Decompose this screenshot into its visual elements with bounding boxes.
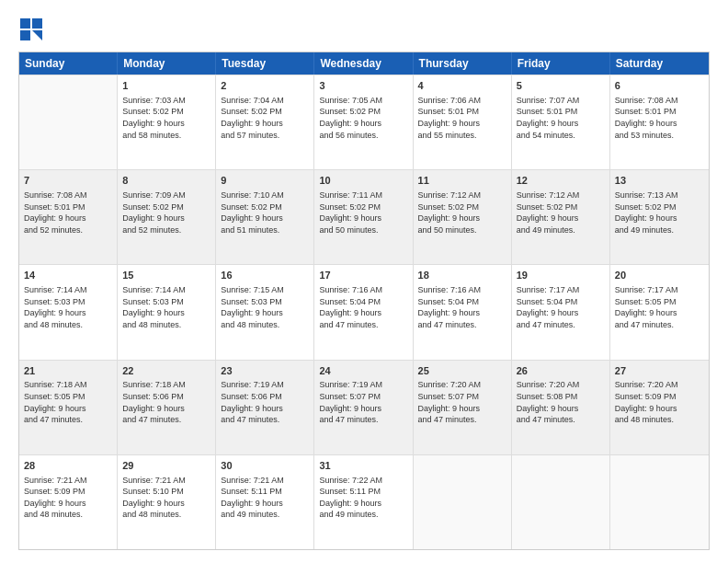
day-number: 22 <box>122 364 210 378</box>
calendar-cell: 27Sunrise: 7:20 AMSunset: 5:09 PMDayligh… <box>610 361 709 454</box>
day-number: 31 <box>319 459 407 473</box>
calendar-cell: 15Sunrise: 7:14 AMSunset: 5:03 PMDayligh… <box>118 265 216 359</box>
calendar-cell <box>19 75 118 169</box>
day-number: 5 <box>517 79 605 93</box>
day-number: 19 <box>517 269 605 282</box>
logo <box>18 17 44 42</box>
day-number: 30 <box>221 459 309 473</box>
cell-text: Sunrise: 7:19 AMSunset: 5:06 PMDaylight:… <box>221 379 309 425</box>
day-number: 2 <box>221 79 309 93</box>
day-number: 9 <box>221 174 309 188</box>
day-number: 3 <box>319 79 407 93</box>
svg-marker-3 <box>32 30 42 40</box>
header <box>18 17 710 42</box>
cell-text: Sunrise: 7:18 AMSunset: 5:06 PMDaylight:… <box>122 379 210 425</box>
calendar-cell: 8Sunrise: 7:09 AMSunset: 5:02 PMDaylight… <box>118 170 216 264</box>
calendar-cell: 21Sunrise: 7:18 AMSunset: 5:05 PMDayligh… <box>19 361 118 454</box>
day-number: 29 <box>122 459 210 473</box>
day-number: 8 <box>122 174 210 188</box>
day-number: 11 <box>418 174 506 188</box>
cell-text: Sunrise: 7:16 AMSunset: 5:04 PMDaylight:… <box>418 284 506 330</box>
page: SundayMondayTuesdayWednesdayThursdayFrid… <box>0 0 728 563</box>
cell-text: Sunrise: 7:05 AMSunset: 5:02 PMDaylight:… <box>319 95 407 141</box>
calendar-header-cell: Saturday <box>610 52 709 75</box>
calendar-row: 7Sunrise: 7:08 AMSunset: 5:01 PMDaylight… <box>19 169 709 264</box>
cell-text: Sunrise: 7:22 AMSunset: 5:11 PMDaylight:… <box>319 475 407 521</box>
calendar-cell: 4Sunrise: 7:06 AMSunset: 5:01 PMDaylight… <box>414 75 512 169</box>
calendar: SundayMondayTuesdayWednesdayThursdayFrid… <box>18 52 710 550</box>
calendar-cell: 13Sunrise: 7:13 AMSunset: 5:02 PMDayligh… <box>610 170 709 264</box>
cell-text: Sunrise: 7:08 AMSunset: 5:01 PMDaylight:… <box>24 190 112 236</box>
day-number: 14 <box>24 269 112 282</box>
day-number: 21 <box>24 364 112 378</box>
day-number: 16 <box>221 269 309 282</box>
cell-text: Sunrise: 7:11 AMSunset: 5:02 PMDaylight:… <box>319 190 407 236</box>
calendar-cell: 29Sunrise: 7:21 AMSunset: 5:10 PMDayligh… <box>118 455 216 549</box>
day-number: 17 <box>319 269 407 282</box>
calendar-row: 14Sunrise: 7:14 AMSunset: 5:03 PMDayligh… <box>19 264 709 359</box>
cell-text: Sunrise: 7:17 AMSunset: 5:04 PMDaylight:… <box>517 284 605 330</box>
cell-text: Sunrise: 7:03 AMSunset: 5:02 PMDaylight:… <box>122 95 210 141</box>
svg-rect-2 <box>20 30 30 40</box>
calendar-cell: 11Sunrise: 7:12 AMSunset: 5:02 PMDayligh… <box>414 170 512 264</box>
calendar-body: 1Sunrise: 7:03 AMSunset: 5:02 PMDaylight… <box>19 75 709 549</box>
calendar-cell <box>610 455 709 549</box>
cell-text: Sunrise: 7:20 AMSunset: 5:08 PMDaylight:… <box>517 379 605 425</box>
svg-rect-1 <box>32 18 42 29</box>
cell-text: Sunrise: 7:08 AMSunset: 5:01 PMDaylight:… <box>615 95 704 141</box>
calendar-cell: 26Sunrise: 7:20 AMSunset: 5:08 PMDayligh… <box>512 361 610 454</box>
cell-text: Sunrise: 7:21 AMSunset: 5:09 PMDaylight:… <box>24 475 112 521</box>
calendar-header-cell: Monday <box>118 52 216 75</box>
day-number: 18 <box>418 269 506 282</box>
calendar-cell: 25Sunrise: 7:20 AMSunset: 5:07 PMDayligh… <box>414 361 512 454</box>
cell-text: Sunrise: 7:15 AMSunset: 5:03 PMDaylight:… <box>221 284 309 330</box>
calendar-cell: 31Sunrise: 7:22 AMSunset: 5:11 PMDayligh… <box>314 455 413 549</box>
day-number: 26 <box>517 364 605 378</box>
calendar-cell: 20Sunrise: 7:17 AMSunset: 5:05 PMDayligh… <box>610 265 709 359</box>
calendar-header-cell: Sunday <box>19 52 118 75</box>
cell-text: Sunrise: 7:14 AMSunset: 5:03 PMDaylight:… <box>24 284 112 330</box>
calendar-cell: 24Sunrise: 7:19 AMSunset: 5:07 PMDayligh… <box>314 361 413 454</box>
svg-rect-0 <box>20 18 30 29</box>
calendar-header-cell: Friday <box>512 52 610 75</box>
day-number: 12 <box>517 174 605 188</box>
cell-text: Sunrise: 7:10 AMSunset: 5:02 PMDaylight:… <box>221 190 309 236</box>
logo-icon <box>18 17 44 42</box>
day-number: 27 <box>615 364 704 378</box>
calendar-row: 1Sunrise: 7:03 AMSunset: 5:02 PMDaylight… <box>19 75 709 169</box>
calendar-cell: 7Sunrise: 7:08 AMSunset: 5:01 PMDaylight… <box>19 170 118 264</box>
cell-text: Sunrise: 7:14 AMSunset: 5:03 PMDaylight:… <box>122 284 210 330</box>
cell-text: Sunrise: 7:12 AMSunset: 5:02 PMDaylight:… <box>418 190 506 236</box>
cell-text: Sunrise: 7:07 AMSunset: 5:01 PMDaylight:… <box>517 95 605 141</box>
cell-text: Sunrise: 7:21 AMSunset: 5:11 PMDaylight:… <box>221 475 309 521</box>
calendar-cell: 9Sunrise: 7:10 AMSunset: 5:02 PMDaylight… <box>216 170 314 264</box>
calendar-cell: 23Sunrise: 7:19 AMSunset: 5:06 PMDayligh… <box>216 361 314 454</box>
day-number: 15 <box>122 269 210 282</box>
day-number: 23 <box>221 364 309 378</box>
calendar-row: 21Sunrise: 7:18 AMSunset: 5:05 PMDayligh… <box>19 360 709 454</box>
calendar-cell: 5Sunrise: 7:07 AMSunset: 5:01 PMDaylight… <box>512 75 610 169</box>
cell-text: Sunrise: 7:16 AMSunset: 5:04 PMDaylight:… <box>319 284 407 330</box>
cell-text: Sunrise: 7:13 AMSunset: 5:02 PMDaylight:… <box>615 190 704 236</box>
day-number: 6 <box>615 79 704 93</box>
day-number: 24 <box>319 364 407 378</box>
day-number: 4 <box>418 79 506 93</box>
calendar-cell: 6Sunrise: 7:08 AMSunset: 5:01 PMDaylight… <box>610 75 709 169</box>
calendar-cell: 12Sunrise: 7:12 AMSunset: 5:02 PMDayligh… <box>512 170 610 264</box>
calendar-cell: 22Sunrise: 7:18 AMSunset: 5:06 PMDayligh… <box>118 361 216 454</box>
cell-text: Sunrise: 7:04 AMSunset: 5:02 PMDaylight:… <box>221 95 309 141</box>
calendar-cell: 2Sunrise: 7:04 AMSunset: 5:02 PMDaylight… <box>216 75 314 169</box>
calendar-cell: 16Sunrise: 7:15 AMSunset: 5:03 PMDayligh… <box>216 265 314 359</box>
day-number: 28 <box>24 459 112 473</box>
day-number: 13 <box>615 174 704 188</box>
day-number: 10 <box>319 174 407 188</box>
cell-text: Sunrise: 7:19 AMSunset: 5:07 PMDaylight:… <box>319 379 407 425</box>
calendar-header-cell: Wednesday <box>314 52 413 75</box>
calendar-cell: 1Sunrise: 7:03 AMSunset: 5:02 PMDaylight… <box>118 75 216 169</box>
calendar-cell: 10Sunrise: 7:11 AMSunset: 5:02 PMDayligh… <box>314 170 413 264</box>
cell-text: Sunrise: 7:18 AMSunset: 5:05 PMDaylight:… <box>24 379 112 425</box>
calendar-cell: 28Sunrise: 7:21 AMSunset: 5:09 PMDayligh… <box>19 455 118 549</box>
calendar-row: 28Sunrise: 7:21 AMSunset: 5:09 PMDayligh… <box>19 454 709 549</box>
calendar-cell: 3Sunrise: 7:05 AMSunset: 5:02 PMDaylight… <box>314 75 413 169</box>
day-number: 7 <box>24 174 112 188</box>
